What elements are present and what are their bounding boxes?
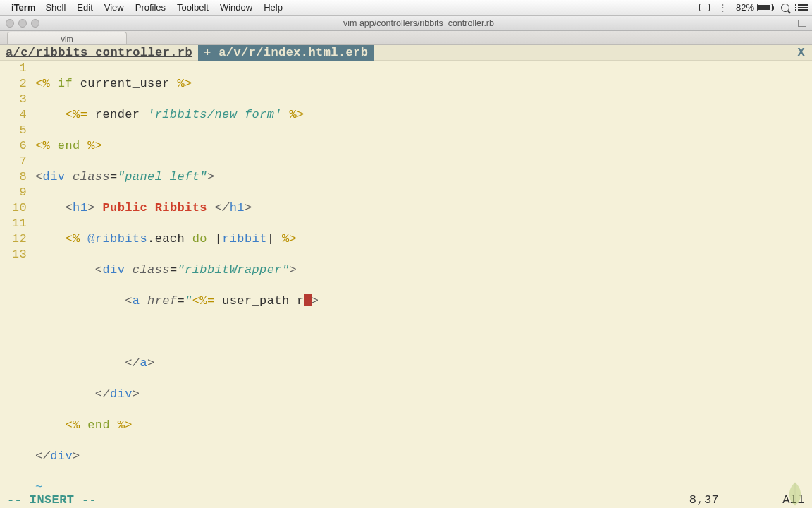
menu-edit[interactable]: Edit xyxy=(77,2,92,13)
line-number: 1 xyxy=(0,61,27,76)
vim-status-bar: -- INSERT -- 8,37 All xyxy=(0,492,812,508)
code-area[interactable]: <% if current_user %> <%= render 'ribbit… xyxy=(32,61,812,492)
menu-toolbelt[interactable]: Toolbelt xyxy=(177,2,209,13)
vim-mode: -- INSERT -- xyxy=(7,492,97,508)
line-number: 5 xyxy=(0,123,27,138)
close-window-button[interactable] xyxy=(6,19,14,28)
line-number: 12 xyxy=(0,231,27,247)
line-number: 10 xyxy=(0,200,27,216)
watermark-leaf-icon xyxy=(782,481,808,507)
line-number: 3 xyxy=(0,92,27,107)
window-title: vim app/controllers/ribbits_controller.r… xyxy=(39,18,798,28)
buffer-inactive[interactable]: + a/v/r/index.html.erb xyxy=(198,45,374,61)
line-number-gutter: 1 2 3 4 5 6 7 8 9 10 11 12 13 xyxy=(0,61,32,492)
line-number: 11 xyxy=(0,216,27,231)
battery-status[interactable]: 82% xyxy=(736,2,773,13)
menu-shell[interactable]: Shell xyxy=(45,2,66,13)
line-number: 6 xyxy=(0,138,27,154)
line-number: 2 xyxy=(0,76,27,92)
minimize-window-button[interactable] xyxy=(18,19,27,28)
cursor-position: 8,37 xyxy=(689,492,719,508)
display-icon[interactable] xyxy=(699,4,710,11)
mac-menubar: iTerm Shell Edit View Profiles Toolbelt … xyxy=(0,0,812,16)
menu-window[interactable]: Window xyxy=(220,2,252,13)
terminal-tab[interactable]: vim xyxy=(7,32,127,44)
bluetooth-icon[interactable]: ⋮ xyxy=(718,2,727,13)
buffer-close-icon[interactable]: X xyxy=(797,45,805,61)
buffer-active[interactable]: a/c/ribbits_controller.rb xyxy=(6,45,198,61)
vim-cursor xyxy=(304,294,312,306)
line-number: 9 xyxy=(0,185,27,200)
menu-view[interactable]: View xyxy=(104,2,124,13)
fullscreen-icon[interactable] xyxy=(798,20,806,27)
window-titlebar[interactable]: vim app/controllers/ribbits_controller.r… xyxy=(0,16,812,31)
spotlight-icon[interactable] xyxy=(781,4,789,12)
battery-pct: 82% xyxy=(736,2,754,13)
app-name[interactable]: iTerm xyxy=(11,2,35,13)
line-number: 4 xyxy=(0,107,27,123)
line-number: 13 xyxy=(0,247,27,262)
zoom-window-button[interactable] xyxy=(31,19,39,28)
menu-help[interactable]: Help xyxy=(264,2,283,13)
line-number: 8 xyxy=(0,169,27,185)
notification-center-icon[interactable] xyxy=(798,4,808,11)
line-number: 7 xyxy=(0,154,27,169)
menu-profiles[interactable]: Profiles xyxy=(135,2,166,13)
vim-buffer-line: a/c/ribbits_controller.rb + a/v/r/index.… xyxy=(0,45,812,61)
terminal-tabbar: vim xyxy=(0,31,812,45)
terminal-window: vim app/controllers/ribbits_controller.r… xyxy=(0,16,812,508)
battery-icon xyxy=(757,4,773,11)
vim-editor[interactable]: a/c/ribbits_controller.rb + a/v/r/index.… xyxy=(0,45,812,508)
